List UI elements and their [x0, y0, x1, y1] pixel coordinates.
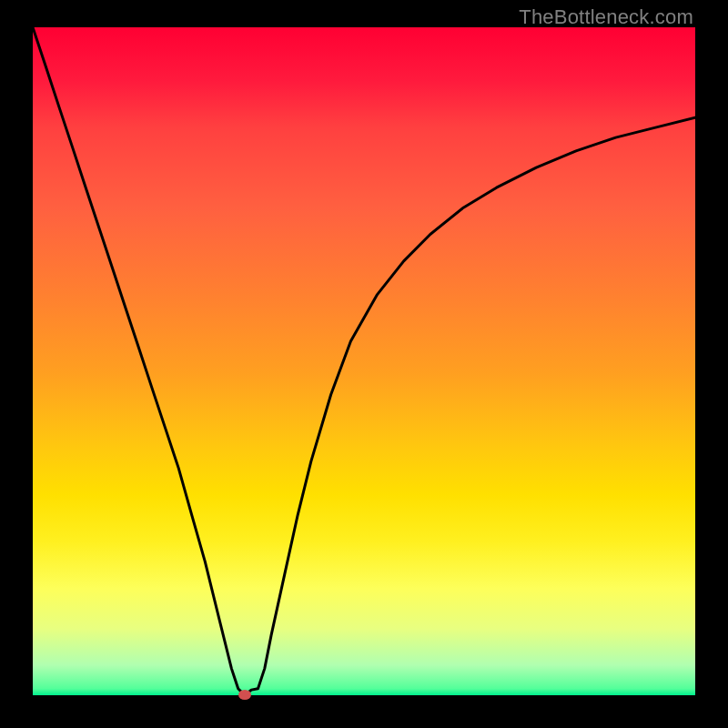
chart-frame: TheBottleneck.com: [0, 0, 728, 728]
watermark-text: TheBottleneck.com: [519, 5, 693, 29]
minimum-marker: [238, 690, 251, 700]
plot-area: [33, 27, 695, 695]
bottleneck-curve: [33, 27, 695, 695]
